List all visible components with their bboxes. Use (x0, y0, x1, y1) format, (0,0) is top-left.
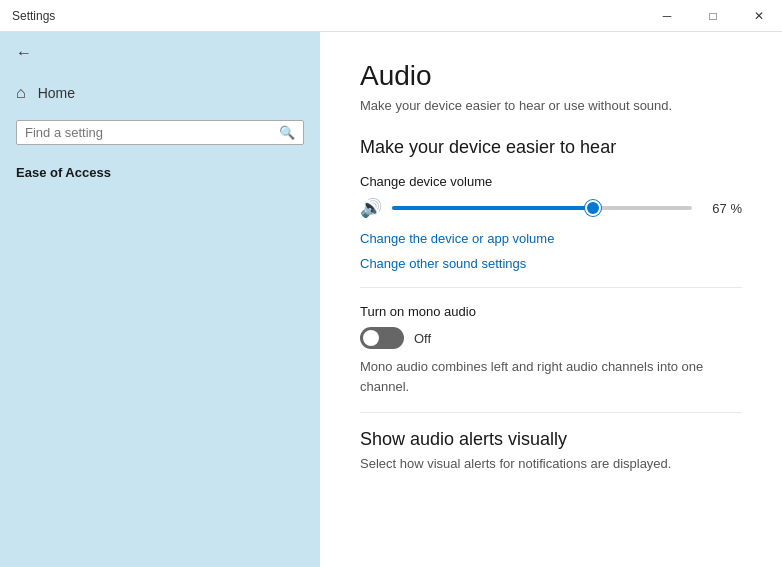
mono-audio-label: Turn on mono audio (360, 304, 742, 319)
slider-track (392, 206, 692, 210)
titlebar-title: Settings (12, 9, 55, 23)
volume-value: 67 % (702, 201, 742, 216)
speaker-icon: 🔊 (360, 197, 382, 219)
close-button[interactable]: ✕ (736, 0, 782, 32)
maximize-button[interactable]: □ (690, 0, 736, 32)
page-subtitle: Make your device easier to hear or use w… (360, 98, 742, 113)
volume-row: 🔊 67 % (360, 197, 742, 219)
main-layout: ← ⌂ Home 🔍 Ease of Access Audio Make you… (0, 32, 782, 567)
volume-slider-container[interactable] (392, 198, 692, 218)
titlebar: Settings ─ □ ✕ (0, 0, 782, 32)
section2-heading: Show audio alerts visually (360, 429, 742, 450)
minimize-button[interactable]: ─ (644, 0, 690, 32)
mono-toggle[interactable] (360, 327, 404, 349)
slider-fill (392, 206, 593, 210)
other-sound-settings-link[interactable]: Change other sound settings (360, 256, 742, 271)
search-input[interactable] (25, 125, 279, 140)
page-title: Audio (360, 60, 742, 92)
titlebar-controls: ─ □ ✕ (644, 0, 782, 32)
section1-heading: Make your device easier to hear (360, 137, 742, 158)
home-nav-item[interactable]: ⌂ Home (0, 74, 320, 112)
volume-setting-label: Change device volume (360, 174, 742, 189)
toggle-off-label: Off (414, 331, 431, 346)
search-icon[interactable]: 🔍 (279, 125, 295, 140)
back-button[interactable]: ← (0, 32, 320, 74)
section2-subtitle: Select how visual alerts for notificatio… (360, 456, 742, 471)
divider1 (360, 287, 742, 288)
toggle-knob (363, 330, 379, 346)
mono-toggle-row: Off (360, 327, 742, 349)
content-area: Audio Make your device easier to hear or… (320, 32, 782, 567)
divider2 (360, 412, 742, 413)
back-arrow-icon: ← (16, 44, 32, 62)
mono-description: Mono audio combines left and right audio… (360, 357, 742, 396)
search-box[interactable]: 🔍 (16, 120, 304, 145)
device-app-volume-link[interactable]: Change the device or app volume (360, 231, 742, 246)
home-label: Home (38, 85, 75, 101)
sidebar: ← ⌂ Home 🔍 Ease of Access (0, 32, 320, 567)
sidebar-section-label: Ease of Access (0, 153, 320, 186)
home-icon: ⌂ (16, 84, 26, 102)
slider-thumb[interactable] (585, 200, 601, 216)
